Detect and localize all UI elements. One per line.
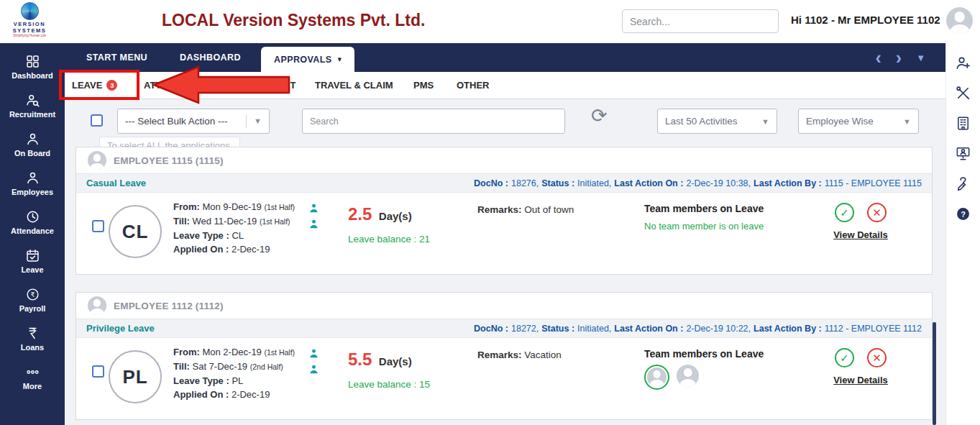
application-checkbox[interactable] <box>92 220 104 232</box>
chevron-down-icon: ▼ <box>246 114 262 129</box>
sidebar-item-attendance[interactable]: Attendance <box>0 203 65 242</box>
half-day-person-icon <box>308 219 319 229</box>
user-avatar[interactable] <box>946 7 973 34</box>
tab-other[interactable]: OTHER <box>457 72 490 99</box>
more-dots-icon <box>25 365 40 380</box>
organization-icon[interactable] <box>955 115 971 132</box>
sidebar-label: Employees <box>12 188 53 196</box>
add-user-icon[interactable] <box>955 55 971 71</box>
page-title: LOCAL Version Systems Pvt. Ltd. <box>162 11 425 30</box>
svg-text:₹: ₹ <box>30 291 35 298</box>
reject-cross-icon[interactable]: ✕ <box>867 348 887 367</box>
tab-travel-claim[interactable]: TRAVEL & CLAIM <box>315 72 393 99</box>
last-action-by-label: Last Action By : <box>754 178 822 188</box>
approvals-subtabs: LEAVE 3 ATTENDANCE 0 TIMESHEET TRAVEL & … <box>65 72 945 99</box>
content-scrollbar[interactable] <box>933 322 936 425</box>
view-mode-value: Employee Wise <box>806 116 874 127</box>
tab-leave[interactable]: LEAVE 3 <box>72 72 117 99</box>
employee-name: EMPLOYEE 1115 (1115) <box>114 155 224 166</box>
left-sidebar: Dashboard Recruitment On Board Employees… <box>0 43 65 425</box>
last-action-on-value: 2-Dec-19 10:22, <box>686 324 751 334</box>
leave-type-row: Casual Leave DocNo : 18276, Status : Ini… <box>76 174 932 193</box>
sidebar-item-more[interactable]: More <box>0 358 65 397</box>
logo-globe-icon <box>21 2 39 20</box>
approve-check-icon[interactable]: ✓ <box>835 348 854 367</box>
loans-rupee-icon <box>25 326 40 341</box>
query-icon[interactable] <box>955 175 971 192</box>
svg-text:?: ? <box>961 210 966 219</box>
leave-type-name: Privilege Leave <box>86 323 155 334</box>
sidebar-item-recruitment[interactable]: Recruitment <box>0 86 65 125</box>
leave-type-badge: CL <box>109 205 162 258</box>
sidebar-item-dashboard[interactable]: Dashboard <box>0 47 65 86</box>
applications-search-input[interactable] <box>302 109 565 134</box>
tab-attendance[interactable]: ATTENDANCE 0 <box>144 72 223 99</box>
activities-filter-select[interactable]: Last 50 Activities ▼ <box>657 109 777 134</box>
till-label: Till: <box>173 216 190 227</box>
tab-attendance-label: ATTENDANCE <box>144 80 208 91</box>
team-members-title: Team members on Leave <box>644 348 764 360</box>
help-icon[interactable]: ? <box>955 206 971 222</box>
tab-leave-label: LEAVE <box>72 80 102 91</box>
leave-dates: From: Mon 9-Dec-19 (1st Half) Till: Wed … <box>173 200 313 256</box>
from-half: (1st Half) <box>264 348 295 357</box>
leave-type-label: Leave Type : <box>173 230 229 241</box>
chevron-down-icon[interactable]: ▼ <box>916 52 925 63</box>
card-employee-header: EMPLOYEE 1115 (1115) <box>76 147 932 174</box>
tab-travel-claim-label: TRAVEL & CLAIM <box>315 80 393 91</box>
select-all-checkbox[interactable] <box>91 114 103 127</box>
team-member-avatars <box>644 365 764 390</box>
tab-timesheet[interactable]: TIMESHEET <box>242 72 296 99</box>
leave-application-card: EMPLOYEE 1115 (1115) Casual Leave DocNo … <box>75 147 933 275</box>
tools-icon[interactable] <box>955 85 971 101</box>
sidebar-label: Payroll <box>19 304 46 313</box>
application-body: PL From: Mon 2-Dec-19 (1st Half) Till: S… <box>76 338 932 419</box>
nav-approvals-active-tab[interactable]: APPROVALS ▾ <box>261 47 354 72</box>
monitor-user-icon[interactable] <box>955 145 971 162</box>
leave-type-row: Privilege Leave DocNo : 18272, Status : … <box>76 319 932 338</box>
applied-on-value: 2-Dec-19 <box>232 244 270 255</box>
applied-line: Applied On : 2-Dec-19 <box>173 242 313 256</box>
sidebar-item-payroll[interactable]: ₹ Payroll <box>0 280 65 319</box>
chevron-right-icon[interactable]: › <box>896 49 902 67</box>
view-details-link[interactable]: View Details <box>833 375 888 385</box>
till-half: (2nd Half) <box>250 362 283 371</box>
refresh-icon[interactable]: ⟳ <box>591 106 608 126</box>
approve-check-icon[interactable]: ✓ <box>835 203 854 222</box>
sidebar-label: Recruitment <box>9 110 55 119</box>
view-mode-select[interactable]: Employee Wise ▼ <box>798 109 919 134</box>
tab-pms[interactable]: PMS <box>413 72 434 99</box>
global-search-input[interactable] <box>622 9 779 33</box>
sidebar-item-leave[interactable]: Leave <box>0 242 65 280</box>
team-members-block: Team members on Leave <box>644 348 764 390</box>
sidebar-item-onboard[interactable]: On Board <box>0 125 65 164</box>
from-half: (1st Half) <box>264 203 295 211</box>
applied-on-label: Applied On : <box>173 244 229 255</box>
chevron-left-icon[interactable]: ‹ <box>875 49 881 67</box>
employee-avatar <box>88 296 106 315</box>
logo-tagline: Simplifying Human Life <box>7 34 52 38</box>
approvals-content: --- Select Bulk Action --- ▼ To select A… <box>65 99 945 425</box>
team-member-avatar <box>647 367 667 387</box>
leave-dates: From: Mon 2-Dec-19 (1st Half) Till: Sat … <box>173 345 313 401</box>
team-member-avatar[interactable] <box>677 365 699 387</box>
nav-dashboard[interactable]: DASHBOARD <box>180 43 241 72</box>
chevron-down-icon: ▾ <box>337 55 342 64</box>
team-member-avatar-highlighted[interactable] <box>644 365 669 390</box>
nav-start-menu[interactable]: START MENU <box>86 43 147 72</box>
till-half: (1st Half) <box>260 217 290 226</box>
remarks-label: Remarks: <box>477 349 522 360</box>
view-details-link[interactable]: View Details <box>833 229 888 240</box>
leave-balance: Leave balance : 15 <box>348 379 430 390</box>
from-line: From: Mon 9-Dec-19 (1st Half) <box>173 200 313 214</box>
nav-approvals-label: APPROVALS <box>274 55 331 65</box>
sidebar-item-loans[interactable]: Loans <box>0 319 65 358</box>
right-icon-rail: ? <box>945 43 980 425</box>
last-action-by-value: 1112 - EMPLOYEE 1112 <box>825 324 922 334</box>
leave-balance-label: Leave balance : <box>348 234 416 245</box>
reject-cross-icon[interactable]: ✕ <box>867 203 887 222</box>
application-checkbox[interactable] <box>92 365 104 378</box>
sidebar-item-employees[interactable]: Employees <box>0 164 65 203</box>
bulk-action-select[interactable]: --- Select Bulk Action --- ▼ <box>117 109 270 134</box>
sidebar-label: Leave <box>21 265 43 274</box>
